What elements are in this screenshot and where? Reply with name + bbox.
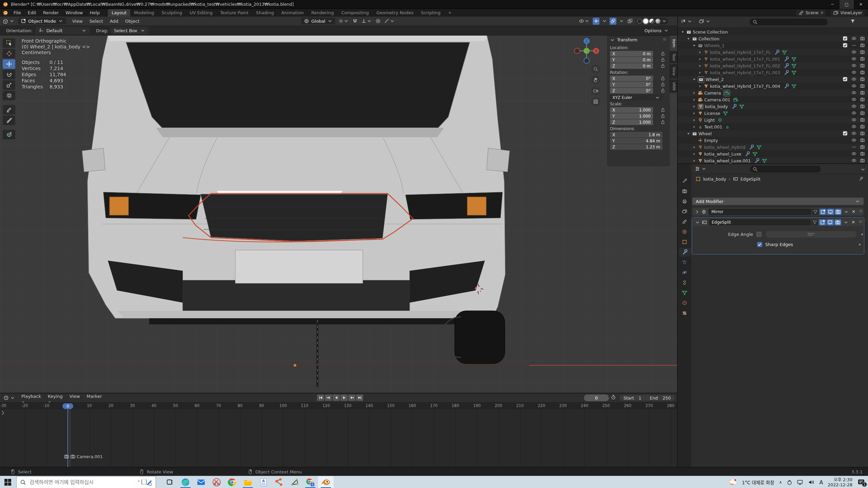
expand-icon[interactable] [698,84,702,88]
expand-icon[interactable] [698,50,702,55]
viewlayer-selector[interactable]: ViewLayer [831,10,865,16]
render-visibility-icon[interactable] [860,83,865,88]
menu-file[interactable]: File [10,9,24,17]
modifier-drag-handle[interactable] [858,209,864,215]
outliner-item-label[interactable]: kotia_body [705,104,728,109]
outliner-item-label[interactable]: License [704,111,720,116]
tab-modeling[interactable]: Modeling [130,9,158,17]
outliner-row[interactable]: Scene Collection [678,28,868,35]
mesh-data-icon[interactable] [752,151,757,157]
frame-end-field[interactable]: End250 [646,395,675,401]
eye-open-icon[interactable] [851,97,856,102]
properties-tab-view-layer[interactable] [682,209,687,214]
expand-icon[interactable] [692,159,696,163]
mesh-data-icon[interactable] [723,111,728,116]
tool-cursor[interactable] [3,49,15,58]
modifier-wrench-icon[interactable] [749,145,754,150]
expand-icon[interactable] [692,77,696,82]
pin-icon[interactable] [859,176,864,182]
sidebar-tab-tool[interactable]: Tool [670,51,677,63]
mesh-data-icon[interactable] [756,145,762,150]
outliner-row[interactable]: kotia_wheel_Luxe.001 [678,157,868,164]
modifier-wrench-icon[interactable] [745,151,750,157]
modifier-row-mirror[interactable]: Mirror ✕ [692,208,864,216]
display-in-viewport-toggle[interactable] [827,219,834,225]
properties-tab-material[interactable] [682,300,687,306]
eye-open-icon[interactable] [851,83,856,88]
timeline-ruler[interactable]: -30-20-101020304050607080901001101201301… [0,403,677,409]
lock-icon[interactable] [660,63,665,68]
shading-dropdown[interactable] [662,18,667,24]
pivot-dropdown[interactable] [337,18,350,25]
camera-channel[interactable]: Camera.001 [64,454,103,459]
prev-keyframe-button[interactable] [325,394,332,401]
close-button[interactable]: ✕ [854,0,868,9]
tool-scale[interactable] [3,80,15,90]
expand-icon[interactable] [686,37,691,41]
next-keyframe-button[interactable] [348,394,355,401]
lock-icon[interactable] [660,51,665,56]
outliner-row[interactable]: aText.001a [678,123,868,130]
modifier-wrench-icon[interactable] [784,63,789,68]
timeline-channel-area[interactable]: ❯ Camera.001 [0,409,677,468]
play-button[interactable] [340,394,348,401]
render-visibility-icon[interactable] [860,110,865,116]
modifier-wrench-icon[interactable] [784,70,789,75]
lock-icon[interactable] [660,57,665,62]
properties-search-input[interactable] [750,166,821,172]
properties-tab-particles[interactable] [682,260,687,265]
dimensions-z-field[interactable]: Z1.23 m [610,144,663,150]
blender-menu-icon[interactable] [3,10,8,16]
properties-tab-world[interactable] [682,229,687,235]
eye-open-icon[interactable] [851,104,856,109]
outliner-item-label[interactable]: kotia_wheel_Hybrid_17x7_FL.002 [710,63,780,68]
proportional-falloff-dropdown[interactable] [383,18,396,25]
current-frame-field[interactable]: 0 [584,394,609,401]
camera-data-icon[interactable] [724,90,729,96]
shading-material-button[interactable] [649,19,654,24]
properties-tab-texture[interactable] [682,310,687,316]
mesh-data-icon[interactable] [739,104,744,109]
use-in-render-toggle[interactable] [835,209,842,215]
maximize-button[interactable]: ▢ [840,0,854,9]
use-in-render-toggle[interactable] [834,219,842,225]
tab-geometry-nodes[interactable]: Geometry Nodes [373,9,417,17]
outliner-item-label[interactable]: kotia_wheel_Hybrid_17x7_FL.003 [710,70,780,75]
eye-open-icon[interactable] [851,49,856,55]
expand-icon[interactable] [686,131,691,136]
proportional-editing-toggle[interactable] [375,18,381,25]
outliner-row[interactable]: Empty [678,137,868,144]
edge-angle-checkbox[interactable] [756,232,762,237]
outliner-item-label[interactable]: Wheels_1 [704,43,725,48]
outliner-row[interactable]: kotia_wheel_Luxe [678,150,868,157]
eye-closed-icon[interactable] [851,43,856,48]
outliner-row[interactable]: Wheel_2 [678,76,868,83]
camera-data-icon[interactable] [733,97,738,102]
eye-closed-icon[interactable] [851,144,856,149]
render-visibility-icon[interactable] [860,63,865,68]
taskbar-clock[interactable]: 오후 2:30 2022-12-28 [828,477,852,487]
eye-open-icon[interactable] [851,131,856,136]
properties-options-chevron[interactable] [860,167,866,172]
jump-end-button[interactable] [356,394,363,401]
timeline-menu-marker[interactable]: Marker [83,392,105,404]
render-visibility-icon[interactable] [860,138,865,143]
lock-icon[interactable] [660,82,665,87]
modifier-extras-dropdown[interactable] [844,209,849,215]
taskbar-app-mail[interactable] [193,476,209,488]
collection-checkbox[interactable] [843,36,848,41]
tab-texture-paint[interactable]: Texture Paint [216,9,252,17]
taskbar-app-edge[interactable] [178,476,193,488]
outliner-row[interactable]: kotia_wheel_Hybrid_17x7_FL.003 [678,69,868,76]
panel-grip[interactable] [662,37,667,43]
tab-compositing[interactable]: Compositing [337,9,373,17]
properties-tab-object[interactable] [682,239,687,245]
viewport-menu-select[interactable]: Select [86,17,106,25]
eye-open-icon[interactable] [851,138,856,143]
expand-icon[interactable] [692,98,696,102]
taskbar-app-share-graph[interactable] [271,476,287,488]
mesh-data-icon[interactable] [762,158,767,163]
scale-z-field[interactable]: Z1.000 [610,119,653,125]
mesh-data-icon[interactable] [791,63,796,68]
modifier-row-edgesplit[interactable]: EdgeSplit ✕ [693,218,863,226]
